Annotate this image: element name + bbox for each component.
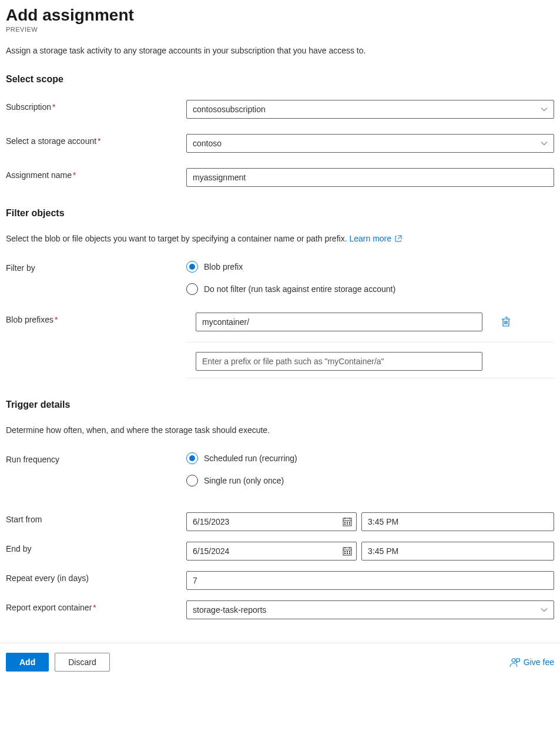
subscription-value: contososubscription bbox=[193, 105, 266, 114]
give-feedback-link[interactable]: Give fee bbox=[509, 657, 554, 667]
add-button[interactable]: Add bbox=[6, 653, 49, 672]
start-from-label: Start from bbox=[6, 512, 186, 524]
start-date-input[interactable] bbox=[186, 512, 357, 531]
filter-by-label: Filter by bbox=[6, 261, 186, 273]
single-run-radio[interactable]: Single run (only once) bbox=[186, 475, 554, 486]
radio-checked-icon bbox=[186, 452, 198, 464]
trigger-heading: Trigger details bbox=[6, 400, 554, 410]
repeat-label: Repeat every (in days) bbox=[6, 571, 186, 583]
repeat-input[interactable] bbox=[186, 571, 554, 590]
storage-account-dropdown[interactable]: contoso bbox=[186, 134, 554, 153]
chevron-down-icon bbox=[541, 106, 548, 113]
assignment-name-input[interactable] bbox=[186, 168, 554, 187]
filter-no-filter-label: Do not filter (run task against entire s… bbox=[204, 284, 395, 294]
filter-blob-prefix-radio[interactable]: Blob prefix bbox=[186, 261, 554, 273]
learn-more-link[interactable]: Learn more bbox=[349, 234, 401, 243]
filter-heading: Filter objects bbox=[6, 208, 554, 219]
scope-heading: Select scope bbox=[6, 74, 554, 85]
radio-unchecked-icon bbox=[186, 283, 198, 295]
scheduled-run-radio[interactable]: Scheduled run (recurring) bbox=[186, 452, 554, 464]
feedback-person-icon bbox=[509, 657, 520, 667]
assignment-name-label: Assignment name* bbox=[6, 168, 186, 180]
external-link-icon bbox=[395, 235, 402, 242]
scheduled-run-label: Scheduled run (recurring) bbox=[204, 454, 297, 463]
discard-button[interactable]: Discard bbox=[55, 653, 109, 672]
report-container-dropdown[interactable]: storage-task-reports bbox=[186, 600, 554, 619]
blob-prefix-input[interactable] bbox=[196, 313, 482, 331]
report-container-label: Report export container* bbox=[6, 600, 186, 612]
start-time-input[interactable] bbox=[361, 512, 554, 531]
give-feedback-label: Give fee bbox=[524, 657, 554, 667]
subscription-label: Subscription* bbox=[6, 100, 186, 112]
end-time-input[interactable] bbox=[361, 542, 554, 561]
storage-account-label: Select a storage account* bbox=[6, 134, 186, 146]
single-run-label: Single run (only once) bbox=[204, 476, 284, 485]
chevron-down-icon bbox=[541, 140, 548, 147]
end-date-input[interactable] bbox=[186, 542, 357, 561]
filter-blob-prefix-label: Blob prefix bbox=[204, 262, 243, 271]
page-title: Add assignment bbox=[6, 6, 554, 25]
end-by-label: End by bbox=[6, 542, 186, 553]
subscription-dropdown[interactable]: contososubscription bbox=[186, 100, 554, 119]
report-container-value: storage-task-reports bbox=[193, 605, 266, 615]
blob-prefix-add-input[interactable] bbox=[196, 352, 482, 371]
filter-desc: Select the blob or file objects you want… bbox=[6, 234, 554, 243]
divider bbox=[186, 378, 554, 378]
preview-label: PREVIEW bbox=[6, 26, 554, 33]
storage-account-value: contoso bbox=[193, 139, 222, 148]
radio-checked-icon bbox=[186, 261, 198, 273]
trigger-desc: Determine how often, when, and where the… bbox=[6, 425, 554, 435]
intro-text: Assign a storage task activity to any st… bbox=[6, 46, 554, 55]
chevron-down-icon bbox=[541, 606, 548, 613]
run-frequency-label: Run frequency bbox=[6, 452, 186, 464]
delete-prefix-button[interactable] bbox=[499, 314, 513, 330]
trash-icon bbox=[501, 317, 511, 327]
blob-prefix-row bbox=[186, 313, 554, 331]
radio-unchecked-icon bbox=[186, 475, 198, 486]
divider bbox=[186, 342, 554, 343]
blob-prefixes-label: Blob prefixes* bbox=[6, 313, 186, 324]
svg-point-14 bbox=[512, 659, 515, 662]
filter-no-filter-radio[interactable]: Do not filter (run task against entire s… bbox=[186, 283, 554, 295]
